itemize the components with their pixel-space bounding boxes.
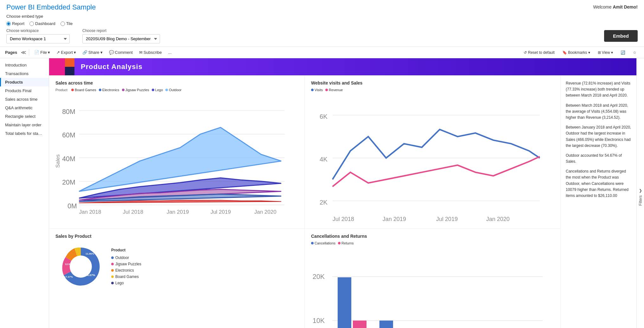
- embed-button[interactable]: Embed: [604, 30, 638, 42]
- svg-text:Jan 2019: Jan 2019: [383, 216, 406, 222]
- info-panel: Revenue (72.81% increase) and Visits (77…: [560, 75, 636, 328]
- info-text-5: Cancellations and Returns diverged the m…: [566, 168, 631, 199]
- cancellations-section: Cancellations and Returns Cancellations …: [305, 229, 560, 328]
- bookmarks-button[interactable]: 🔖 Bookmarks ▾: [560, 49, 593, 56]
- svg-text:Jul 2019: Jul 2019: [210, 209, 231, 215]
- export-button[interactable]: ↗ Export ▾: [54, 49, 79, 56]
- view-chevron: ▾: [611, 50, 613, 55]
- legend-jigsaw: Jigsaw Puzzles: [122, 88, 149, 92]
- radio-dashboard[interactable]: Dashboard: [29, 21, 55, 26]
- svg-text:Jan 2020: Jan 2020: [254, 209, 277, 215]
- product-label: Product: [111, 248, 141, 252]
- subscribe-button[interactable]: ✉ Subscribe: [137, 49, 164, 56]
- report-title: Product Analysis: [81, 63, 143, 71]
- embed-type-row: Choose embed type: [6, 14, 96, 19]
- sales-time-section: Sales across time Product Board Games El…: [49, 75, 305, 229]
- svg-text:0M: 0M: [67, 202, 77, 210]
- sidebar-item-transactions[interactable]: Transactions: [0, 69, 49, 78]
- sidebar-item-qa[interactable]: Q&A arithmetic: [0, 104, 49, 112]
- sidebar-item-total[interactable]: Total labels for stacked ...: [0, 129, 49, 138]
- svg-text:40M: 40M: [62, 155, 75, 163]
- sales-time-legend: Product Board Games Electronics Jigsaw P…: [55, 88, 298, 92]
- svg-text:20M: 20M: [62, 179, 75, 186]
- svg-text:Sales: Sales: [55, 154, 61, 168]
- radio-tile[interactable]: Tile: [61, 21, 73, 26]
- view-icon: ⊞: [598, 50, 601, 55]
- reset-icon: ↺: [524, 50, 527, 55]
- more-button[interactable]: ...: [166, 49, 174, 56]
- legend-outdoor: Outdoor: [111, 255, 141, 260]
- website-visits-section: Website visits and Sales Visits Revenue …: [305, 75, 560, 229]
- svg-text:20K: 20K: [313, 273, 325, 281]
- sidebar-item-layer[interactable]: Maintain layer order: [0, 121, 49, 129]
- info-text-3: Between January 2018 and April 2020, Out…: [566, 124, 631, 149]
- svg-text:2K: 2K: [320, 199, 328, 206]
- donut-container: 11.96% 12.98% 17.37% 54.67% Product Outd…: [55, 241, 298, 292]
- bookmarks-chevron: ▾: [588, 50, 590, 55]
- file-chevron: ▾: [48, 50, 50, 55]
- top-bar: Power BI Embedded Sample Choose embed ty…: [0, 0, 644, 47]
- svg-text:80M: 80M: [62, 108, 75, 116]
- filters-label: Filters: [638, 195, 643, 206]
- sidebar: Introduction Transactions Products Produ…: [0, 58, 49, 328]
- pages-label: Pages: [5, 50, 17, 55]
- svg-text:11.96%: 11.96%: [86, 252, 94, 255]
- product-legend-label: Product: [55, 88, 67, 92]
- info-text-1: Revenue (72.81% increase) and Visits (77…: [566, 80, 631, 99]
- share-button[interactable]: 🔗 Share ▾: [80, 49, 105, 56]
- svg-text:Jul 2018: Jul 2018: [333, 216, 354, 222]
- reset-button[interactable]: ↺ Reset to default: [521, 49, 557, 56]
- website-visits-chart: 2K 4K 6K Jul 2018 Jan 2019 Jul 2019 Jan …: [311, 94, 554, 222]
- svg-text:Jul 2018: Jul 2018: [123, 209, 143, 215]
- legend-visits: Visits: [311, 88, 323, 92]
- legend-jigsaw-d: Jigsaw Puzzles: [111, 262, 141, 266]
- sales-product-title: Sales by Product: [55, 234, 298, 239]
- content-area: Product Analysis Sales across time Produ…: [49, 58, 636, 328]
- view-button[interactable]: ⊞ View ▾: [595, 49, 615, 56]
- sidebar-item-sales-time[interactable]: Sales across time: [0, 95, 49, 104]
- workspace-select[interactable]: Demo Workspace 1: [6, 34, 70, 43]
- legend-lego: Lego: [152, 88, 163, 92]
- comment-button[interactable]: 💬 Comment: [106, 49, 135, 56]
- radio-group: Report Dashboard Tile: [6, 21, 96, 26]
- report-select[interactable]: 2020SU09 Blog Demo - September: [82, 34, 160, 43]
- svg-text:6K: 6K: [320, 113, 328, 120]
- welcome-text: Welcome Amit Demo!: [593, 4, 638, 9]
- sales-time-title: Sales across time: [55, 80, 298, 85]
- refresh-button[interactable]: 🔄: [618, 49, 628, 56]
- app-title: Power BI Embedded Sample: [6, 3, 96, 11]
- workspace-group: Choose workspace Demo Workspace 1: [6, 28, 70, 43]
- svg-text:10K: 10K: [313, 317, 325, 325]
- share-icon: 🔗: [82, 50, 87, 55]
- main-layout: Introduction Transactions Products Produ…: [0, 58, 644, 328]
- right-panel[interactable]: ❯ Filters: [636, 58, 644, 328]
- sidebar-item-products-final[interactable]: Products Final: [0, 86, 49, 95]
- report-inner: Sales across time Product Board Games El…: [49, 75, 636, 328]
- legend-electronics: Electronics: [99, 88, 119, 92]
- toolbar: Pages ≪ 📄 File ▾ ↗ Export ▾ 🔗 Share ▾ 💬 …: [0, 47, 644, 58]
- legend-boardgames-d: Board Games: [111, 274, 141, 279]
- website-visits-legend: Visits Revenue: [311, 88, 554, 92]
- star-button[interactable]: ☆: [630, 49, 639, 56]
- panel-chevron-button[interactable]: ❯: [639, 188, 642, 193]
- legend-revenue: Revenue: [325, 88, 343, 92]
- export-chevron: ▾: [74, 50, 76, 55]
- legend-cancellations: Cancellations: [311, 241, 335, 245]
- svg-text:Jan 2020: Jan 2020: [486, 216, 510, 222]
- svg-text:12.98%: 12.98%: [65, 263, 73, 266]
- svg-text:60M: 60M: [62, 131, 75, 139]
- file-button[interactable]: 📄 File ▾: [32, 49, 53, 56]
- radio-report[interactable]: Report: [6, 21, 24, 26]
- collapse-button[interactable]: ≪: [21, 49, 26, 55]
- donut-chart: 11.96% 12.98% 17.37% 54.67%: [55, 241, 106, 292]
- legend-returns: Returns: [338, 241, 354, 245]
- svg-text:Jan 2019: Jan 2019: [167, 209, 189, 215]
- sidebar-item-introduction[interactable]: Introduction: [0, 61, 49, 69]
- sidebar-item-rect[interactable]: Rectangle select: [0, 112, 49, 121]
- export-icon: ↗: [56, 50, 60, 55]
- legend-electronics-d: Electronics: [111, 268, 141, 273]
- svg-text:17.37%: 17.37%: [64, 275, 73, 278]
- legend-outdoor: Outdoor: [165, 88, 182, 92]
- sidebar-item-products[interactable]: Products: [0, 78, 49, 86]
- info-text-2: Between March 2018 and April 2020, the a…: [566, 103, 631, 121]
